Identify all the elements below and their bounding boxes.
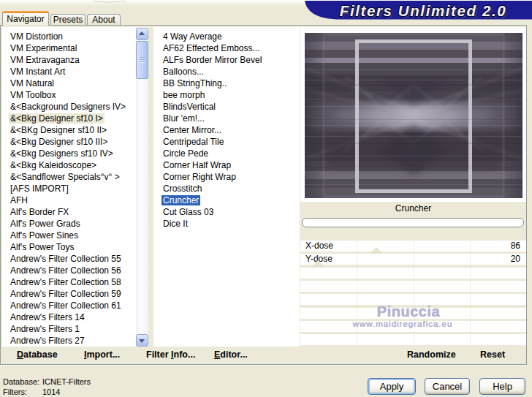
label-fragment: Filter xyxy=(146,349,171,360)
list-item[interactable]: &<Bkg Designer sf10 III> xyxy=(2,136,136,148)
status-filters: Filters:1014 xyxy=(3,387,27,397)
list-item[interactable]: Cruncher xyxy=(153,194,300,206)
list-item[interactable]: AFH xyxy=(2,194,136,206)
import-button[interactable]: Import... xyxy=(84,349,120,361)
list-item[interactable]: Corner Right Wrap xyxy=(153,171,300,183)
filter-info-button[interactable]: Filter Info... xyxy=(146,349,195,361)
label-fragment: ditor... xyxy=(220,349,248,360)
arrow-up-icon xyxy=(139,31,145,35)
list-item[interactable]: VM Extravaganza xyxy=(2,54,136,66)
arrow-down-icon xyxy=(139,339,145,343)
category-list[interactable]: VM DistortionVM ExperimentalVM Extravaga… xyxy=(2,27,136,347)
list-item[interactable]: VM Toolbox xyxy=(2,89,136,101)
parameter-value: 20 xyxy=(511,254,520,265)
list-item[interactable]: Balloons... xyxy=(153,66,300,77)
list-item[interactable]: Alf's Border FX xyxy=(2,206,136,218)
list-item[interactable]: Cut Glass 03 xyxy=(153,206,300,218)
parameter-name: X-dose xyxy=(305,241,333,252)
list-item[interactable]: Andrew's Filter Collection 55 xyxy=(2,253,136,265)
list-item[interactable]: 4 Way Average xyxy=(153,31,300,42)
editor-button[interactable]: Editor... xyxy=(214,349,248,361)
list-item[interactable]: Andrew's Filter Collection 61 xyxy=(2,300,136,311)
list-item[interactable]: Andrew's Filter Collection 56 xyxy=(2,265,136,276)
list-item[interactable]: &<Bkg Designer sf10 I> xyxy=(2,113,136,124)
slider-thumb-triangle[interactable] xyxy=(370,247,383,254)
list-item[interactable]: Andrew's Filters 14 xyxy=(2,311,136,323)
list-item[interactable]: Corner Half Wrap xyxy=(153,159,300,171)
help-button[interactable]: Help xyxy=(479,378,525,395)
list-item[interactable]: Andrew's Filter Collection 59 xyxy=(2,288,136,300)
list-item[interactable]: Alf's Power Grads xyxy=(2,218,136,230)
tab-about[interactable]: About xyxy=(87,14,121,26)
list-item[interactable]: VM Natural xyxy=(2,77,136,89)
list-item[interactable]: &<Bkg Designers sf10 IV> xyxy=(2,148,136,159)
selected-filter-name: Cruncher xyxy=(300,202,526,215)
preview-image[interactable] xyxy=(305,33,522,198)
list-item[interactable]: Centripedal Tile xyxy=(153,136,300,148)
list-item[interactable]: Center Mirror... xyxy=(153,124,300,136)
mnemonic-letter: D xyxy=(17,349,23,360)
list-item[interactable]: VM Instant Art xyxy=(2,66,136,77)
list-item[interactable]: BlindsVertical xyxy=(153,101,300,113)
list-item[interactable]: Dice It xyxy=(153,218,300,230)
slider-grid-line xyxy=(357,241,357,345)
watermark-name: Pinuccia xyxy=(335,303,482,320)
progress-bar xyxy=(302,218,524,227)
list-item[interactable]: VM Experimental xyxy=(2,42,136,54)
list-item[interactable]: Circle Pede xyxy=(153,148,300,159)
label-fragment: atabase xyxy=(23,349,58,360)
list-item[interactable]: Andrew's Filters 1 xyxy=(2,323,136,335)
list-item[interactable]: &<BKg Designer sf10 II> xyxy=(2,124,136,136)
filter-list[interactable]: 4 Way AverageAF62 Effected Emboss...ALFs… xyxy=(153,27,300,347)
slider-grid-line xyxy=(414,241,414,345)
randomize-button[interactable]: Randomize xyxy=(407,349,456,361)
scroll-down-button[interactable] xyxy=(136,334,148,347)
list-item[interactable]: Alf's Power Toys xyxy=(2,241,136,253)
status-filters-label: Filters: xyxy=(3,387,27,397)
thumb-grip-icon xyxy=(140,57,145,64)
list-item[interactable]: BB StringThing.. xyxy=(153,77,300,89)
tab-navigator[interactable]: Navigator xyxy=(2,11,49,26)
apply-button[interactable]: Apply xyxy=(368,378,416,395)
list-item[interactable]: Andrew's Filters 27 xyxy=(2,335,136,347)
list-item[interactable]: VM Distortion xyxy=(2,31,136,42)
parameter-value: 86 xyxy=(511,241,520,252)
list-item[interactable]: &<Background Designers IV> xyxy=(2,101,136,113)
list-item[interactable]: ALFs Border Mirror Bevel xyxy=(153,54,300,66)
slider-thumb-triangle[interactable] xyxy=(311,260,324,267)
list-item[interactable]: [AFS IMPORT] xyxy=(2,183,136,194)
scrollbar-thumb[interactable] xyxy=(136,41,148,79)
scroll-up-button[interactable] xyxy=(136,28,148,40)
status-database-value: ICNET-Filters xyxy=(42,377,91,387)
list-item[interactable]: &<Sandflower Specials°v° > xyxy=(2,171,136,183)
list-item[interactable]: Alf's Power Sines xyxy=(2,230,136,241)
status-database: Database:ICNET-Filters xyxy=(3,377,39,387)
tab-presets[interactable]: Presets xyxy=(50,14,86,26)
cancel-button[interactable]: Cancel xyxy=(425,378,470,395)
status-filters-value: 1014 xyxy=(42,387,60,397)
list-item[interactable]: Andrew's Filter Collection 58 xyxy=(2,276,136,288)
list-item[interactable]: AF62 Effected Emboss... xyxy=(153,42,300,54)
list-item[interactable]: bee morph xyxy=(153,89,300,101)
status-database-label: Database: xyxy=(3,377,39,387)
database-button[interactable]: Database xyxy=(17,349,58,361)
list-item[interactable]: Blur 'em!... xyxy=(153,113,300,124)
slider-grid-line xyxy=(470,241,471,345)
watermark-url: www.maidiregrafica.eu xyxy=(330,320,476,328)
banner-title: Filters Unlimited 2.0 xyxy=(314,2,532,20)
label-fragment: mport... xyxy=(86,349,120,360)
list-item[interactable]: &<Bkg Kaleidoscope> xyxy=(2,159,136,171)
reset-button[interactable]: Reset xyxy=(480,349,505,361)
list-item[interactable]: Crosstitch xyxy=(153,183,300,194)
label-fragment: nfo... xyxy=(174,349,196,360)
